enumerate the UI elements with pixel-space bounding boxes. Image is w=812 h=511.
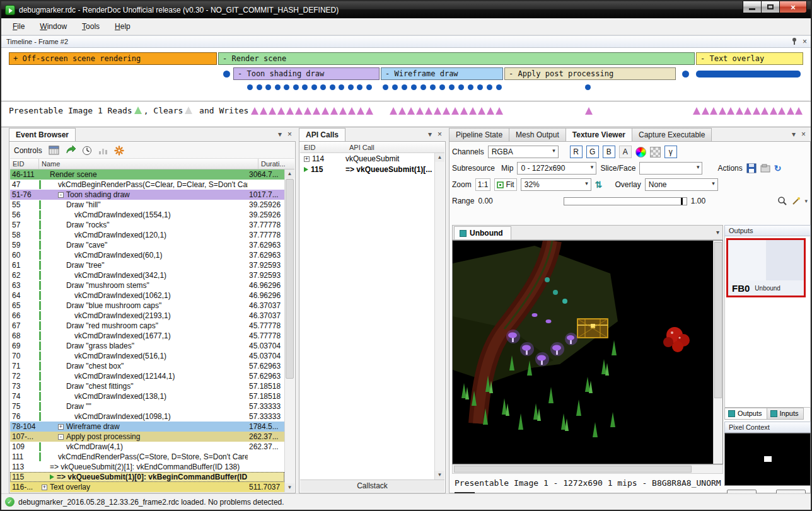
usage-triangle-icon[interactable] xyxy=(736,107,743,115)
timeline-header[interactable]: Timeline - Frame #2 × xyxy=(1,35,811,48)
blue-channel-button[interactable]: B xyxy=(603,146,615,158)
usage-triangle-icon[interactable] xyxy=(322,107,329,115)
usage-triangle-icon[interactable] xyxy=(443,107,450,115)
event-row[interactable]: 74vkCmdDrawIndexed(138,1)57.18518 xyxy=(10,391,284,401)
timeline-event-dot[interactable] xyxy=(223,71,230,78)
menu-tools[interactable]: Tools xyxy=(74,20,107,33)
timeline-section-bar[interactable]: - Apply post processing xyxy=(504,67,676,80)
usage-triangle-icon[interactable] xyxy=(719,107,726,115)
usage-triangle-icon[interactable] xyxy=(469,107,477,115)
usage-triangle-icon[interactable] xyxy=(496,107,503,115)
expander-icon[interactable]: - xyxy=(58,434,64,440)
usage-triangle-icon[interactable] xyxy=(348,107,356,115)
timeline-close-icon[interactable]: × xyxy=(803,37,807,46)
timeline-draw-dot[interactable] xyxy=(320,84,326,90)
texture-viewer-menu-icon[interactable]: ▾ xyxy=(792,130,796,139)
event-row[interactable]: 61Draw "tree"37.92593 xyxy=(10,260,284,270)
api-call-row[interactable]: 115=> vkQueueSubmit(1)[... xyxy=(300,164,434,175)
settings-icon[interactable] xyxy=(114,146,124,156)
timeline-draw-dot[interactable] xyxy=(339,84,344,90)
tab-api-calls[interactable]: API Calls xyxy=(299,128,345,142)
expander-icon[interactable]: + xyxy=(304,156,310,162)
event-row[interactable]: 68vkCmdDrawIndexed(1677,1)45.77778 xyxy=(10,331,284,341)
timeline-event-dot[interactable] xyxy=(682,71,689,78)
usage-triangle-icon[interactable] xyxy=(407,107,415,115)
timeline-draw-dot[interactable] xyxy=(302,84,308,90)
event-row[interactable]: 116-...+Text overlay511.7037 xyxy=(10,482,284,492)
event-row[interactable]: 71Draw "chest box"57.62963 xyxy=(10,361,284,371)
timeline-section-bar[interactable]: + Off-screen scene rendering xyxy=(9,52,217,65)
usage-triangle-icon[interactable] xyxy=(260,107,267,115)
usage-triangle-icon[interactable] xyxy=(770,107,777,115)
mip-select[interactable]: 0 - 1272x690 xyxy=(517,162,596,175)
usage-triangle-icon[interactable] xyxy=(390,107,397,115)
usage-triangle-icon[interactable] xyxy=(251,107,258,115)
event-row[interactable]: 73Draw "chest fittings"57.18518 xyxy=(10,381,284,391)
tab-capture-executable[interactable]: Capture Executable xyxy=(632,128,712,142)
scroll-down-icon[interactable]: ▼ xyxy=(435,471,444,479)
event-row[interactable]: 66vkCmdDrawIndexed(2193,1)46.37037 xyxy=(10,311,284,321)
fb0-thumbnail[interactable]: FB0 Unbound xyxy=(726,238,806,297)
texture-tab-dropdown-icon[interactable]: ▾ xyxy=(716,229,719,236)
event-row[interactable]: 55Draw "hill"39.25926 xyxy=(10,200,284,210)
event-browser-close-icon[interactable]: × xyxy=(287,130,292,139)
timeline-draw-dot[interactable] xyxy=(585,84,591,90)
timeline-draw-dot[interactable] xyxy=(247,84,253,90)
timeline-draw-dot[interactable] xyxy=(366,84,372,90)
usage-triangle-icon[interactable] xyxy=(744,107,751,115)
usage-triangle-icon[interactable] xyxy=(277,107,285,115)
usage-triangle-icon[interactable] xyxy=(269,107,276,115)
timeline-draw-dot[interactable] xyxy=(430,84,436,90)
event-row[interactable]: 65Draw "blue mushroom caps"46.37037 xyxy=(10,301,284,311)
zoom-fit-button[interactable]: Fit xyxy=(494,178,516,191)
usage-triangle-icon[interactable] xyxy=(451,107,459,115)
expander-icon[interactable]: + xyxy=(42,485,47,490)
usage-triangle-icon[interactable] xyxy=(434,107,441,115)
flip-y-icon[interactable]: ⇅ xyxy=(595,180,603,189)
api-calls-scrollbar[interactable]: ▲ ▼ xyxy=(434,153,444,479)
zoom-level-select[interactable]: 32% xyxy=(521,178,591,191)
tab-mesh-output[interactable]: Mesh Output xyxy=(509,128,566,142)
close-button[interactable]: × xyxy=(779,1,807,13)
event-row[interactable]: 59Draw "cave"37.62963 xyxy=(10,240,284,250)
range-slider-handle[interactable] xyxy=(681,198,683,205)
usage-triangle-icon[interactable] xyxy=(795,107,803,115)
event-row[interactable]: 72vkCmdDrawIndexed(12144,1)57.62963 xyxy=(10,371,284,381)
timeline-draw-dot[interactable] xyxy=(284,84,289,90)
stats-icon[interactable] xyxy=(98,146,108,155)
open-external-icon[interactable] xyxy=(760,164,770,173)
scroll-up-icon[interactable]: ▲ xyxy=(435,153,444,162)
usage-triangle-icon[interactable] xyxy=(478,107,485,115)
usage-triangle-icon[interactable] xyxy=(416,107,424,115)
green-channel-button[interactable]: G xyxy=(586,146,599,158)
tab-inputs[interactable]: Inputs xyxy=(767,408,804,420)
event-row[interactable]: 75Draw ""57.33333 xyxy=(10,401,284,411)
timeline-draw-dot[interactable] xyxy=(265,84,271,90)
usage-triangle-icon[interactable] xyxy=(339,107,347,115)
outputs-header[interactable]: Outputs xyxy=(724,225,811,236)
usage-triangle-icon[interactable] xyxy=(286,107,294,115)
expander-icon[interactable]: - xyxy=(58,192,64,198)
viewport-hscrollbar[interactable] xyxy=(452,464,723,474)
api-calls-close-icon[interactable]: × xyxy=(438,130,442,139)
timeline-draw-dot[interactable] xyxy=(468,84,473,90)
event-row[interactable]: 63Draw "mushroom stems"46.96296 xyxy=(10,280,284,290)
event-row[interactable]: 70vkCmdDrawIndexed(516,1)45.03704 xyxy=(10,351,284,361)
texture-viewer-close-icon[interactable]: × xyxy=(801,130,806,139)
usage-triangle-icon[interactable] xyxy=(693,107,700,115)
expander-icon[interactable]: + xyxy=(58,424,64,430)
usage-triangle-icon[interactable] xyxy=(313,107,320,115)
usage-triangle-icon[interactable] xyxy=(460,107,468,115)
title-bar[interactable]: debugmarker.rdc - RenderDoc Unofficial r… xyxy=(1,1,811,18)
usage-triangle-icon[interactable] xyxy=(487,107,494,115)
timeline-draw-dot[interactable] xyxy=(383,84,388,90)
red-channel-button[interactable]: R xyxy=(570,146,583,158)
timeline-draw-dot[interactable] xyxy=(449,84,455,90)
zoom-1-1-button[interactable]: 1:1 xyxy=(475,178,491,191)
goto-draw-icon[interactable] xyxy=(66,146,76,155)
event-row[interactable]: 47vkCmdBeginRenderPass(C=Clear, D=Clear,… xyxy=(10,180,284,190)
event-row[interactable]: 46-111Render scene3064.7... xyxy=(10,169,284,180)
timeline-browse-icon[interactable] xyxy=(49,146,59,155)
usage-triangle-icon[interactable] xyxy=(727,107,734,115)
gamma-button[interactable]: γ xyxy=(664,146,677,158)
